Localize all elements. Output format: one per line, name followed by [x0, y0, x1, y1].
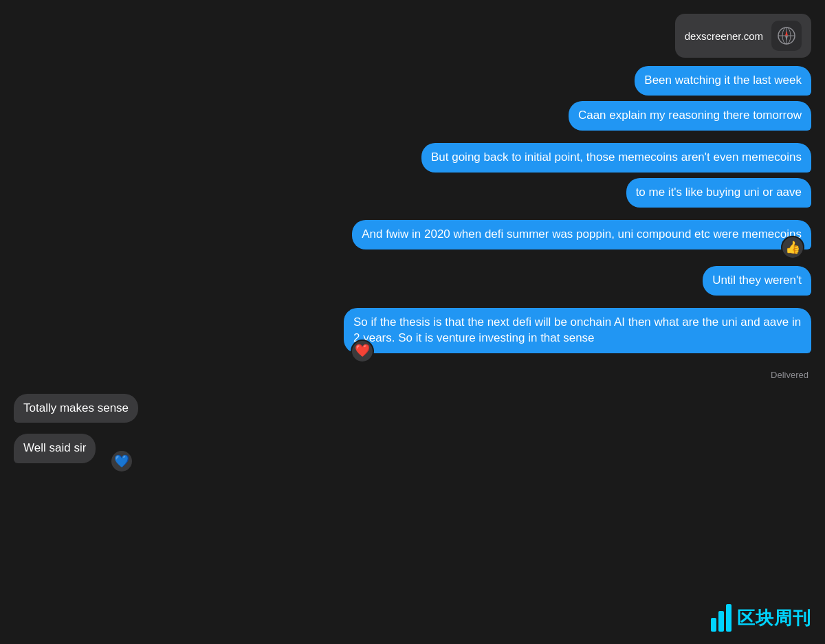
message-text-2: Caan explain my reasoning there tomorrow	[578, 109, 802, 122]
message-row-9: Totally makes sense	[14, 394, 811, 423]
svg-marker-5	[785, 36, 788, 41]
blue-heart-reaction: 💙	[110, 449, 133, 473]
bubble-10: Well said sir 💙	[14, 434, 96, 463]
svg-marker-4	[785, 31, 788, 36]
watermark-bars-icon	[711, 604, 732, 632]
message-text-9: Totally makes sense	[23, 401, 129, 414]
bar-1	[711, 618, 716, 632]
message-row-3: But going back to initial point, those m…	[14, 143, 811, 173]
bubble-9: Totally makes sense	[14, 394, 138, 423]
message-text-3: But going back to initial point, those m…	[431, 151, 802, 164]
link-preview-bubble[interactable]: dexscreener.com	[675, 14, 811, 58]
bar-2	[718, 611, 724, 632]
heart-reaction: ❤️	[351, 340, 374, 363]
message-row-10: Well said sir 💙	[14, 434, 811, 463]
message-row-1: Been watching it the last week	[14, 66, 811, 96]
chat-container: dexscreener.com Been watching it the las…	[0, 0, 825, 644]
message-row-7: So if the thesis is that the next defi w…	[14, 308, 811, 353]
link-preview-row: dexscreener.com	[14, 14, 811, 60]
message-text-1: Been watching it the last week	[644, 74, 802, 87]
message-row-6: Until they weren't	[14, 266, 811, 296]
message-row-5: And fwiw in 2020 when defi summer was po…	[14, 220, 811, 249]
thumbs-up-reaction: 👍	[781, 236, 804, 259]
watermark-text: 区块周刊	[737, 606, 811, 630]
bubble-5: And fwiw in 2020 when defi summer was po…	[352, 220, 811, 249]
bubble-7: So if the thesis is that the next defi w…	[344, 308, 811, 353]
watermark: 区块周刊	[711, 604, 811, 632]
message-text-10: Well said sir	[23, 441, 86, 454]
bubble-4: to me it's like buying uni or aave	[626, 178, 811, 208]
message-row-2: Caan explain my reasoning there tomorrow	[14, 101, 811, 131]
message-text-4: to me it's like buying uni or aave	[636, 186, 802, 199]
bubble-2: Caan explain my reasoning there tomorrow	[569, 101, 811, 131]
link-url: dexscreener.com	[685, 30, 763, 42]
bubble-1: Been watching it the last week	[635, 66, 811, 96]
bubble-6: Until they weren't	[703, 266, 811, 296]
message-text-6: Until they weren't	[712, 274, 802, 287]
safari-icon	[771, 21, 802, 51]
message-row-4: to me it's like buying uni or aave	[14, 178, 811, 208]
message-text-5: And fwiw in 2020 when defi summer was po…	[362, 227, 802, 241]
bar-3	[726, 604, 732, 632]
delivered-label: Delivered	[14, 370, 811, 380]
bubble-3: But going back to initial point, those m…	[421, 143, 811, 173]
message-text-7: So if the thesis is that the next defi w…	[353, 315, 801, 344]
